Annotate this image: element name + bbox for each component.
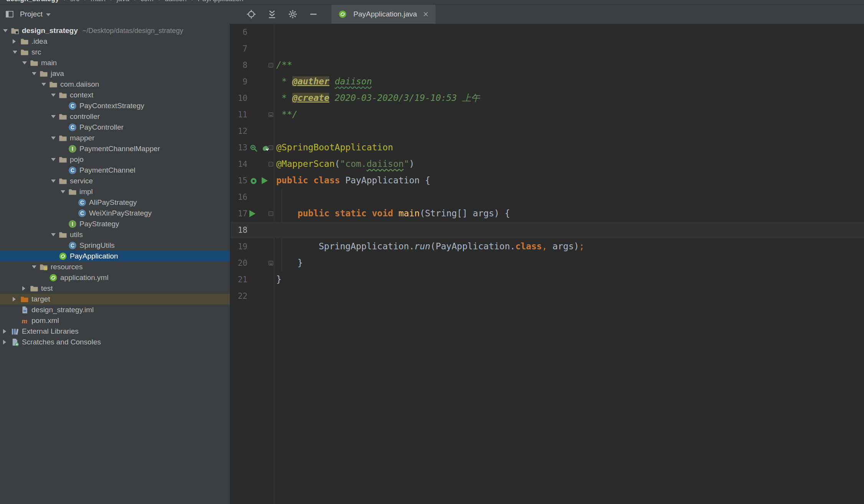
code-line-10[interactable]: 10 * @create 2020-03-2020/3/19-10:53 上午: [231, 90, 864, 106]
breadcrumb-separator: ›: [110, 0, 112, 2]
tree-item-pojo[interactable]: pojo: [0, 154, 230, 165]
chevron-expanded-icon[interactable]: [41, 83, 49, 86]
settings-icon[interactable]: [288, 9, 298, 19]
tab-close-icon[interactable]: ×: [423, 10, 429, 18]
tree-item-paycontextstrategy[interactable]: CPayContextStrategy: [0, 100, 230, 111]
tree-item-mapper[interactable]: mapper: [0, 133, 230, 143]
tree-item-label: utils: [70, 231, 83, 239]
editor-tab-payapplication[interactable]: PayApplication.java ×: [331, 5, 435, 24]
tree-item-target[interactable]: target: [0, 294, 230, 305]
breadcrumb-item-design-strategy[interactable]: design_strategy: [6, 0, 59, 3]
code-line-14[interactable]: 14@MapperScan("com.daiison"): [231, 156, 864, 172]
tree-item-payapplication[interactable]: PayApplication: [0, 251, 230, 262]
chevron-expanded-icon[interactable]: [13, 51, 20, 54]
tree-item-design-strategy[interactable]: design_strategy~/Desktop/datas/design_st…: [0, 25, 230, 36]
tree-item-paystrategy[interactable]: IPayStrategy: [0, 219, 230, 229]
breadcrumb-item-src[interactable]: src: [70, 0, 79, 3]
tree-item-controller[interactable]: controller: [0, 111, 230, 122]
code-line-11[interactable]: 11 **/: [231, 106, 864, 123]
tree-item-weixinpaystrategy[interactable]: CWeiXinPayStrategy: [0, 208, 230, 219]
fold-marker-icon[interactable]: [269, 162, 273, 166]
tree-item-springutils[interactable]: CSpringUtils: [0, 240, 230, 251]
fold-marker-icon[interactable]: [269, 112, 273, 117]
tree-item-java[interactable]: java: [0, 68, 230, 79]
code-line-21[interactable]: 21}: [231, 271, 864, 288]
code-line-22[interactable]: 22: [231, 288, 864, 304]
fold-marker-icon[interactable]: [269, 261, 273, 265]
code-line-12[interactable]: 12: [231, 123, 864, 139]
chevron-expanded-icon[interactable]: [32, 72, 40, 75]
code-line-19[interactable]: 19 SpringApplication.run(PayApplication.…: [231, 238, 864, 255]
project-view-selector[interactable]: Project: [0, 10, 51, 18]
locate-icon[interactable]: [246, 9, 256, 19]
code-line-8[interactable]: 8/**: [231, 57, 864, 73]
spring-bean-icon[interactable]: [249, 176, 258, 185]
code-line-17[interactable]: 17 public static void main(String[] args…: [231, 205, 864, 222]
code-editor[interactable]: 678/**9 * @auther daiison10 * @create 20…: [231, 24, 864, 504]
tree-item-idea[interactable]: .idea: [0, 36, 230, 47]
tree-item-src[interactable]: src: [0, 47, 230, 58]
breadcrumb-item-java[interactable]: java: [117, 0, 129, 3]
run-icon[interactable]: [262, 177, 268, 184]
collapse-all-icon[interactable]: [267, 9, 277, 19]
fold-marker-icon[interactable]: [269, 145, 273, 150]
tree-item-context[interactable]: context: [0, 90, 230, 100]
breadcrumb-item-com[interactable]: com: [140, 0, 153, 3]
tree-item-label: main: [41, 59, 57, 67]
fold-marker-icon[interactable]: [269, 211, 273, 216]
chevron-expanded-icon[interactable]: [32, 265, 40, 268]
chevron-expanded-icon[interactable]: [51, 180, 59, 183]
hide-icon[interactable]: [308, 9, 318, 19]
tree-item-com-daiison[interactable]: com.daiison: [0, 79, 230, 90]
code-line-18[interactable]: 18: [231, 222, 864, 238]
chevron-expanded-icon[interactable]: [3, 29, 11, 32]
code-line-9[interactable]: 9 * @auther daiison: [231, 73, 864, 90]
tree-item-design-strategy-iml[interactable]: design_strategy.iml: [0, 305, 230, 315]
tree-item-service[interactable]: service: [0, 176, 230, 186]
chevron-expanded-icon[interactable]: [51, 233, 59, 236]
chevron-expanded-icon[interactable]: [51, 137, 59, 140]
tree-item-label: PayContextStrategy: [79, 102, 144, 110]
tree-item-alipaystrategy[interactable]: CAliPayStrategy: [0, 197, 230, 208]
breadcrumb[interactable]: design_strategy›src›main›java›com›daiiso…: [0, 0, 864, 5]
tree-item-utils[interactable]: utils: [0, 229, 230, 240]
code-line-13[interactable]: 13@SpringBootApplication: [231, 139, 864, 156]
tree-item-paymentchannel[interactable]: CPaymentChannel: [0, 165, 230, 176]
code-line-20[interactable]: 20 }: [231, 255, 864, 271]
tree-item-main[interactable]: main: [0, 58, 230, 68]
chevron-collapsed-icon[interactable]: [3, 329, 11, 334]
line-number: 11: [231, 110, 247, 119]
chevron-collapsed-icon[interactable]: [13, 297, 20, 301]
fold-marker-icon[interactable]: [269, 63, 273, 68]
project-tree[interactable]: design_strategy~/Desktop/datas/design_st…: [0, 24, 230, 504]
code-line-15[interactable]: 15public class PayApplication {: [231, 172, 864, 189]
spring-boot-icon: [49, 273, 58, 282]
folder-icon: [59, 155, 67, 164]
tree-item-scratches-and-consoles[interactable]: Scratches and Consoles: [0, 337, 230, 348]
chevron-expanded-icon[interactable]: [61, 190, 68, 193]
tree-item-impl[interactable]: impl: [0, 186, 230, 197]
breadcrumb-item-daiison[interactable]: daiison: [165, 0, 186, 3]
tree-item-application-yml[interactable]: application.yml: [0, 272, 230, 283]
tree-item-paymentchannelmapper[interactable]: IPaymentChannelMapper: [0, 143, 230, 154]
line-number: 21: [231, 275, 247, 284]
tree-item-external-libraries[interactable]: External Libraries: [0, 326, 230, 337]
spring-search-icon[interactable]: [249, 143, 258, 152]
breadcrumb-item-main[interactable]: main: [91, 0, 106, 3]
breadcrumb-item-payapplication[interactable]: PayApplication: [198, 0, 243, 3]
chevron-collapsed-icon[interactable]: [3, 340, 11, 344]
code-line-7[interactable]: 7: [231, 40, 864, 57]
chevron-collapsed-icon[interactable]: [13, 39, 20, 44]
chevron-expanded-icon[interactable]: [51, 158, 59, 161]
chevron-expanded-icon[interactable]: [51, 115, 59, 118]
code-line-6[interactable]: 6: [231, 24, 864, 40]
tree-item-pom-xml[interactable]: mpom.xml: [0, 315, 230, 326]
chevron-collapsed-icon[interactable]: [22, 286, 30, 291]
chevron-expanded-icon[interactable]: [51, 94, 59, 97]
run-icon[interactable]: [249, 210, 256, 217]
tree-item-resources[interactable]: resources: [0, 262, 230, 272]
chevron-expanded-icon[interactable]: [22, 61, 30, 64]
tree-item-test[interactable]: test: [0, 283, 230, 294]
code-line-16[interactable]: 16: [231, 189, 864, 205]
tree-item-paycontroller[interactable]: CPayController: [0, 122, 230, 133]
